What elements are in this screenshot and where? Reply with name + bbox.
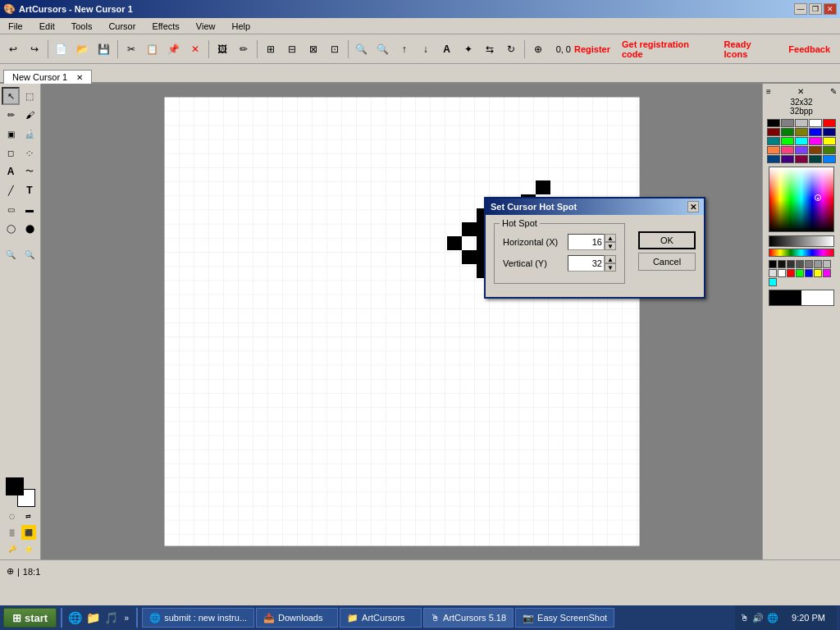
- color-swatch[interactable]: [809, 119, 822, 127]
- zoom-in-button[interactable]: 🔍: [352, 39, 372, 59]
- color-swatch[interactable]: [781, 146, 794, 154]
- view2-button[interactable]: ⊡: [325, 39, 345, 59]
- close-button[interactable]: ✕: [824, 3, 837, 15]
- zoom-in-tool[interactable]: 🔍: [2, 245, 20, 263]
- gray-swatch[interactable]: [814, 269, 822, 277]
- restore-button[interactable]: ❐: [809, 3, 822, 15]
- menu-view[interactable]: View: [191, 20, 221, 33]
- taskbar-item-3[interactable]: 🖱 ArtCursors 5.18: [423, 608, 514, 628]
- transform-tool[interactable]: ⬚: [21, 87, 39, 105]
- ellipse-tool[interactable]: ◯: [2, 219, 20, 237]
- arrow2-button[interactable]: ↓: [416, 39, 436, 59]
- color-swatch[interactable]: [767, 119, 780, 127]
- eraser-tool[interactable]: ◻: [2, 144, 20, 162]
- undo-button[interactable]: ↩: [3, 39, 23, 59]
- color-swatch[interactable]: [823, 137, 836, 145]
- gray-swatch[interactable]: [823, 260, 831, 268]
- color-swatch[interactable]: [809, 155, 822, 163]
- color-selector[interactable]: [6, 477, 35, 507]
- zoom-out-button[interactable]: 🔍: [373, 39, 393, 59]
- redo-button[interactable]: ↪: [25, 39, 44, 59]
- cursor-tab[interactable]: New Cursor 1 ✕: [3, 70, 92, 84]
- gray-swatch[interactable]: [778, 269, 786, 277]
- color-spectrum-bar[interactable]: [769, 249, 834, 257]
- paste-button[interactable]: 📌: [164, 39, 184, 59]
- gray-swatch[interactable]: [805, 260, 813, 268]
- vertical-spin-down[interactable]: ▼: [605, 263, 616, 272]
- gray-swatch[interactable]: [823, 269, 831, 277]
- gray-swatch[interactable]: [769, 269, 777, 277]
- tray-network-icon[interactable]: 🌐: [767, 613, 778, 623]
- hotspot-button[interactable]: ⊕: [528, 39, 548, 59]
- ok-button[interactable]: OK: [638, 231, 696, 249]
- opacity1-tool[interactable]: ▒: [5, 525, 20, 540]
- color-swatch[interactable]: [809, 128, 822, 136]
- save-button[interactable]: 💾: [94, 39, 114, 59]
- cut-button[interactable]: ✂: [121, 39, 141, 59]
- panel-settings-btn[interactable]: ✎: [830, 87, 837, 96]
- cancel-button[interactable]: Cancel: [638, 253, 696, 271]
- fill-tool[interactable]: ▣: [2, 125, 20, 143]
- gray-swatch[interactable]: [769, 278, 777, 286]
- feedback-link[interactable]: Feedback: [788, 44, 830, 54]
- arrow-button[interactable]: ↑: [395, 39, 414, 59]
- color-swatch[interactable]: [823, 128, 836, 136]
- color-swatch[interactable]: [795, 119, 808, 127]
- taskbar-item-2[interactable]: 📁 ArtCursors: [340, 608, 422, 628]
- color-swatch[interactable]: [781, 155, 794, 163]
- color-swatch[interactable]: [795, 146, 808, 154]
- quicklaunch-expand[interactable]: »: [121, 608, 132, 628]
- color-swatch[interactable]: [795, 155, 808, 163]
- horizontal-spin-down[interactable]: ▼: [605, 242, 616, 250]
- rotate-button[interactable]: ↻: [501, 39, 521, 59]
- view-button[interactable]: ⊠: [304, 39, 323, 59]
- vertical-spin-up[interactable]: ▲: [605, 255, 616, 263]
- delete-button[interactable]: ✕: [185, 39, 205, 59]
- panel-close-btn[interactable]: ✕: [797, 87, 804, 96]
- color-swatch[interactable]: [767, 155, 780, 163]
- transparent-tool[interactable]: ◌: [5, 509, 20, 523]
- zoom-out-tool[interactable]: 🔍: [21, 245, 39, 263]
- line-tool[interactable]: ╱: [2, 181, 20, 199]
- gray-swatch[interactable]: [796, 260, 804, 268]
- horizontal-input[interactable]: [568, 234, 605, 250]
- taskbar-item-1[interactable]: 📥 Downloads: [256, 608, 338, 628]
- rect-tool[interactable]: ▭: [2, 200, 20, 218]
- opacity2-tool[interactable]: ⬛: [21, 525, 36, 540]
- tool-extra2[interactable]: ⭐: [21, 541, 36, 556]
- quicklaunch-media[interactable]: 🎵: [103, 608, 119, 628]
- gray-swatch[interactable]: [805, 269, 813, 277]
- color-swatch[interactable]: [823, 155, 836, 163]
- color-swatch[interactable]: [767, 128, 780, 136]
- vertical-input[interactable]: [568, 255, 605, 272]
- gradient-bar[interactable]: [769, 235, 834, 247]
- color-swatch[interactable]: [809, 146, 822, 154]
- text-button[interactable]: A: [437, 39, 457, 59]
- filled-ellipse-tool[interactable]: ⬤: [21, 219, 39, 237]
- pencil-tool[interactable]: ✏: [2, 106, 20, 124]
- register-link[interactable]: Register: [574, 44, 610, 54]
- gradient-picker[interactable]: [769, 167, 834, 232]
- import-button[interactable]: 🖼: [212, 39, 232, 59]
- open-button[interactable]: 📂: [73, 39, 93, 59]
- gray-swatch[interactable]: [814, 260, 822, 268]
- gray-swatch[interactable]: [778, 260, 786, 268]
- swap-colors-tool[interactable]: ⇄: [21, 509, 36, 523]
- gray-swatch[interactable]: [769, 260, 777, 268]
- text-tool[interactable]: A: [2, 162, 20, 180]
- menu-cursor[interactable]: Cursor: [103, 20, 140, 33]
- quicklaunch-folder[interactable]: 📁: [84, 608, 101, 628]
- gray-swatch[interactable]: [787, 260, 795, 268]
- color-swatch[interactable]: [823, 119, 836, 127]
- menu-tools[interactable]: Tools: [66, 20, 98, 33]
- color-swatch[interactable]: [781, 128, 794, 136]
- brush-tool[interactable]: 🖌: [21, 106, 39, 124]
- tab-close-btn[interactable]: ✕: [76, 73, 83, 82]
- fg-color-swatch[interactable]: [6, 477, 24, 495]
- color-swatch[interactable]: [795, 137, 808, 145]
- eyedropper-tool[interactable]: 🔬: [21, 125, 39, 143]
- get-code-link[interactable]: Get registration code: [622, 39, 713, 59]
- start-button[interactable]: ⊞ start: [3, 608, 57, 628]
- tray-speaker-icon[interactable]: 🔊: [752, 613, 764, 623]
- tray-cursor-icon[interactable]: 🖱: [740, 613, 749, 623]
